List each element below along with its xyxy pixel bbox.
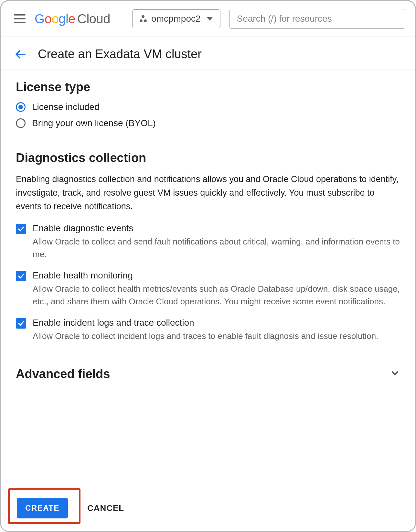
checkbox-sublabel: Allow Oracle to collect health metrics/e… (33, 283, 400, 308)
advanced-heading: Advanced fields (16, 367, 110, 381)
chevron-down-icon (390, 368, 400, 380)
checkbox-icon[interactable] (16, 271, 26, 281)
google-cloud-logo: Google Cloud (35, 12, 110, 26)
top-app-bar: Google Cloud omcpmpoc2 Search (/) for re… (1, 1, 415, 37)
license-option-label: License included (32, 102, 100, 112)
diagnostics-item-events: Enable diagnostic events Allow Oracle to… (16, 223, 400, 261)
project-picker[interactable]: omcpmpoc2 (132, 9, 220, 28)
page-title: Create an Exadata VM cluster (38, 47, 202, 61)
checkbox-label: Enable health monitoring (33, 270, 400, 281)
diagnostics-heading: Diagnostics collection (16, 151, 400, 165)
checkbox-icon[interactable] (16, 318, 26, 329)
license-option-included[interactable]: License included (16, 102, 400, 112)
checkbox-icon[interactable] (16, 224, 26, 234)
form-footer: CREATE CANCEL (2, 486, 414, 530)
project-icon (140, 15, 147, 22)
back-arrow-icon[interactable] (14, 48, 27, 61)
form-content: License type License included Bring your… (1, 70, 415, 400)
radio-icon[interactable] (16, 102, 26, 112)
diagnostics-item-health: Enable health monitoring Allow Oracle to… (16, 270, 400, 308)
license-heading: License type (16, 80, 400, 94)
diagnostics-item-incident: Enable incident logs and trace collectio… (16, 318, 400, 342)
checkbox-sublabel: Allow Oracle to collect incident logs an… (33, 330, 379, 342)
cancel-button[interactable]: CANCEL (87, 503, 124, 513)
checkbox-sublabel: Allow Oracle to collect and send fault n… (33, 235, 400, 261)
checkbox-label: Enable incident logs and trace collectio… (33, 318, 379, 328)
menu-icon[interactable] (14, 14, 26, 23)
license-option-byol[interactable]: Bring your own license (BYOL) (16, 118, 400, 128)
diagnostics-description: Enabling diagnostics collection and noti… (16, 173, 400, 213)
search-input[interactable]: Search (/) for resources (229, 9, 405, 29)
page-title-bar: Create an Exadata VM cluster (1, 37, 415, 70)
create-button[interactable]: CREATE (17, 498, 68, 518)
logo-product: Cloud (77, 12, 110, 26)
advanced-fields-toggle[interactable]: Advanced fields (16, 365, 400, 400)
license-option-label: Bring your own license (BYOL) (32, 118, 156, 128)
checkbox-label: Enable diagnostic events (33, 223, 400, 233)
project-name: omcpmpoc2 (151, 14, 201, 24)
caret-down-icon (207, 17, 213, 21)
radio-icon[interactable] (16, 118, 26, 128)
